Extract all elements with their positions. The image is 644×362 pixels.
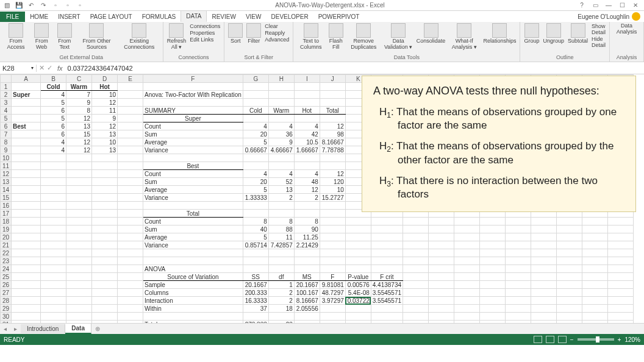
row-header[interactable]: 7	[1, 130, 12, 138]
cell[interactable]	[118, 154, 143, 162]
col-header[interactable]: H	[268, 75, 294, 83]
cell[interactable]	[429, 265, 454, 273]
row-header[interactable]: 17	[1, 210, 12, 218]
cell[interactable]: 10	[92, 91, 118, 99]
cell[interactable]	[268, 313, 294, 321]
cell[interactable]: 8	[66, 107, 92, 115]
cell[interactable]: 0.00576	[345, 281, 371, 289]
cell[interactable]	[608, 218, 634, 225]
cell[interactable]	[41, 233, 66, 241]
maximize-icon[interactable]: ☐	[616, 2, 628, 9]
cell[interactable]: 20	[243, 130, 268, 138]
cell[interactable]	[403, 321, 429, 324]
existing-connections-button[interactable]: Existing Connections	[120, 23, 159, 51]
close-icon[interactable]: ✕	[629, 2, 642, 9]
cell[interactable]: 10	[92, 138, 118, 146]
cell[interactable]: 12	[66, 115, 92, 122]
save-icon[interactable]: 💾	[15, 1, 23, 10]
cell[interactable]	[92, 281, 118, 289]
cell[interactable]	[480, 225, 506, 233]
cell[interactable]	[582, 233, 608, 241]
cell[interactable]: Average	[143, 233, 243, 241]
col-header[interactable]: I	[294, 75, 320, 83]
cell[interactable]	[506, 218, 531, 225]
cell[interactable]	[243, 249, 268, 257]
cell[interactable]: Super	[143, 115, 243, 122]
cell[interactable]	[403, 305, 429, 313]
cell[interactable]	[557, 289, 582, 297]
cell[interactable]	[92, 162, 118, 170]
view-normal-icon[interactable]	[534, 336, 542, 343]
cell[interactable]	[506, 273, 531, 281]
cell[interactable]	[320, 305, 345, 313]
cell[interactable]	[608, 305, 634, 313]
cell[interactable]	[582, 241, 608, 249]
cell[interactable]	[243, 265, 268, 273]
cell[interactable]	[12, 130, 41, 138]
cell[interactable]	[41, 265, 66, 273]
cell[interactable]: Warm	[66, 83, 92, 91]
cell[interactable]	[118, 130, 143, 138]
cell[interactable]	[66, 170, 92, 178]
cell[interactable]	[608, 281, 634, 289]
cell[interactable]	[66, 225, 92, 233]
cell[interactable]	[345, 257, 371, 265]
cell[interactable]: 100.167	[294, 289, 320, 297]
cell[interactable]	[41, 273, 66, 281]
cell[interactable]	[429, 241, 454, 249]
cell[interactable]	[480, 265, 506, 273]
cell[interactable]	[480, 218, 506, 225]
cell[interactable]	[92, 233, 118, 241]
clear-link[interactable]: Clear	[265, 23, 289, 29]
hide-detail-link[interactable]: Hide Detail	[592, 36, 606, 48]
cell[interactable]	[345, 225, 371, 233]
cell[interactable]	[12, 249, 41, 257]
cell[interactable]	[294, 154, 320, 162]
fx-icon[interactable]: fx	[55, 65, 65, 72]
cell[interactable]	[480, 257, 506, 265]
cell[interactable]: 11	[92, 107, 118, 115]
cell[interactable]	[118, 225, 143, 233]
cell[interactable]	[531, 218, 557, 225]
row-header[interactable]: 11	[1, 162, 12, 170]
row-header[interactable]: 30	[1, 313, 12, 321]
cell[interactable]	[531, 265, 557, 273]
cell[interactable]	[557, 257, 582, 265]
row-header[interactable]: 8	[1, 138, 12, 146]
cell[interactable]: 15.2727	[320, 194, 345, 202]
remove-duplicates-button[interactable]: Remove Duplicates	[347, 23, 380, 51]
cell[interactable]	[118, 107, 143, 115]
cell[interactable]	[66, 289, 92, 297]
cell[interactable]	[582, 257, 608, 265]
cell[interactable]: 52	[268, 178, 294, 186]
cell[interactable]	[12, 321, 41, 324]
cell[interactable]	[243, 154, 268, 162]
cell[interactable]	[92, 297, 118, 305]
cell[interactable]	[557, 265, 582, 273]
cell[interactable]	[557, 218, 582, 225]
cell[interactable]: Sum	[143, 130, 243, 138]
cell[interactable]	[12, 107, 41, 115]
row-header[interactable]: 24	[1, 265, 12, 273]
cell[interactable]: 273.833	[243, 321, 268, 324]
row-header[interactable]: 23	[1, 257, 12, 265]
cell[interactable]: 20.1667	[243, 281, 268, 289]
user-account[interactable]: Eugene O'Loughlin	[574, 11, 644, 22]
cell[interactable]: 5	[41, 99, 66, 107]
cell[interactable]	[294, 91, 320, 99]
reapply-link[interactable]: Reapply	[265, 30, 289, 36]
cell[interactable]	[403, 249, 429, 257]
from-web-button[interactable]: From Web	[32, 23, 51, 51]
add-sheet-icon[interactable]: ⊕	[91, 325, 104, 332]
cell[interactable]	[12, 289, 41, 297]
cell[interactable]	[429, 233, 454, 241]
cell[interactable]: 5	[243, 233, 268, 241]
cell[interactable]: 120	[320, 178, 345, 186]
cell[interactable]	[92, 313, 118, 321]
cell[interactable]	[480, 233, 506, 241]
cell[interactable]	[480, 313, 506, 321]
cell[interactable]: 8	[268, 218, 294, 225]
cell[interactable]: 6	[41, 130, 66, 138]
cell[interactable]	[582, 218, 608, 225]
cell[interactable]	[531, 297, 557, 305]
